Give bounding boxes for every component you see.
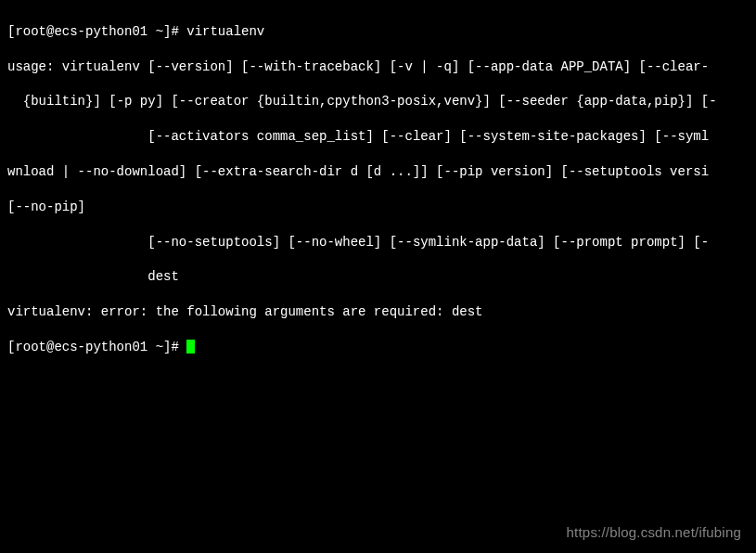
terminal-line: [--activators comma_sep_list] [--clear] … — [7, 128, 749, 146]
terminal-line: [root@ecs-python01 ~]# — [7, 339, 749, 356]
terminal-line: dest — [7, 268, 749, 286]
terminal-output[interactable]: [root@ecs-python01 ~]# virtualenv usage:… — [0, 0, 756, 379]
cursor-icon — [186, 340, 195, 354]
shell-prompt: [root@ecs-python01 ~]# — [7, 340, 186, 354]
watermark-text: https://blog.csdn.net/ifubing — [567, 523, 741, 542]
terminal-line: [--no-setuptools] [--no-wheel] [--symlin… — [7, 234, 749, 251]
shell-prompt: [root@ecs-python01 ~]# — [7, 24, 186, 39]
terminal-line: wnload | --no-download] [--extra-search-… — [7, 163, 749, 181]
command-text: virtualenv — [186, 24, 264, 39]
terminal-line: [--no-pip] — [7, 199, 749, 216]
terminal-line: {builtin}] [-p py] [--creator {builtin,c… — [7, 93, 749, 110]
terminal-line: usage: virtualenv [--version] [--with-tr… — [7, 58, 749, 76]
terminal-line: virtualenv: error: the following argumen… — [7, 303, 749, 321]
terminal-line: [root@ecs-python01 ~]# virtualenv — [7, 23, 749, 41]
